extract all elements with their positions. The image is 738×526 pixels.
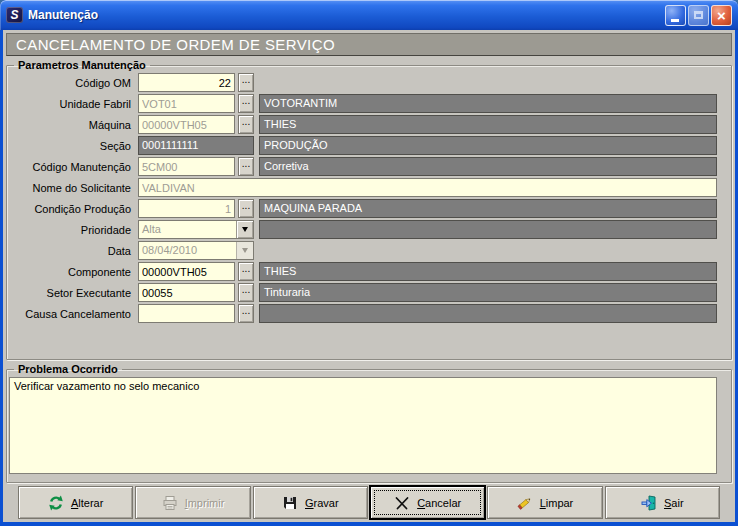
condicao-producao-lookup-button[interactable]: ... <box>238 199 254 218</box>
parametros-group: Parametros Manutenção Código OM ... Unid… <box>6 59 732 360</box>
componente-label: Componente <box>9 266 138 278</box>
maximize-icon <box>694 11 703 19</box>
page-title: CANCELAMENTO DE ORDEM DE SERVIÇO <box>6 33 732 56</box>
cancelar-button[interactable]: Cancelar <box>370 486 485 519</box>
print-icon <box>162 495 178 511</box>
maquina-lookup-button[interactable]: ... <box>238 115 254 134</box>
limpar-button[interactable]: Limpar <box>487 486 602 519</box>
prioridade-select[interactable]: Alta <box>138 220 254 239</box>
componente-input[interactable] <box>138 262 235 281</box>
unidade-fabril-input <box>138 94 235 113</box>
close-icon: × <box>717 8 726 23</box>
condicao-producao-label: Condição Produção <box>9 203 138 215</box>
minimize-button[interactable] <box>665 5 686 26</box>
imprimir-label: Imprimir <box>185 497 225 509</box>
window-title: Manutenção <box>28 8 663 22</box>
secao-display: PRODUÇÃO <box>259 136 717 155</box>
maquina-input <box>138 115 235 134</box>
causa-cancelamento-label: Causa Cancelamento <box>9 308 138 320</box>
prioridade-display <box>259 220 717 239</box>
app-window: S Manutenção × CANCELAMENTO DE ORDEM DE … <box>0 0 738 526</box>
row-codigo-manutencao: Código Manutenção ... Corretiva <box>9 157 717 176</box>
exit-icon <box>641 495 657 511</box>
row-causa-cancelamento: Causa Cancelamento ... <box>9 304 717 323</box>
causa-cancelamento-lookup-button[interactable]: ... <box>238 304 254 323</box>
maquina-label: Máquina <box>9 119 138 131</box>
save-icon <box>282 495 298 511</box>
codigo-manutencao-lookup-button[interactable]: ... <box>238 157 254 176</box>
parametros-group-title: Parametros Manutenção <box>14 59 150 71</box>
row-nome-solicitante: Nome do Solicitante <box>9 178 717 197</box>
problema-group: Problema Ocorrido Verificar vazamento no… <box>6 363 732 483</box>
condicao-producao-input <box>138 199 235 218</box>
chevron-down-icon[interactable] <box>236 221 253 238</box>
secao-label: Seção <box>9 140 138 152</box>
codigo-manutencao-input <box>138 157 235 176</box>
window-body: CANCELAMENTO DE ORDEM DE SERVIÇO Paramet… <box>3 30 735 522</box>
data-select: 08/04/2010 <box>138 241 254 260</box>
change-icon <box>48 495 64 511</box>
data-label: Data <box>9 245 138 257</box>
chevron-down-icon <box>236 242 253 259</box>
sair-label: Sair <box>664 497 684 509</box>
secao-value: 0001111111 <box>138 136 254 155</box>
imprimir-button: Imprimir <box>135 486 250 519</box>
row-unidade-fabril: Unidade Fabril ... VOTORANTIM <box>9 94 717 113</box>
gravar-button[interactable]: Gravar <box>253 486 368 519</box>
row-maquina: Máquina ... THIES <box>9 115 717 134</box>
componente-lookup-button[interactable]: ... <box>238 262 254 281</box>
toolbar: Alterar Imprimir Gr <box>6 486 732 519</box>
condicao-producao-display: MAQUINA PARADA <box>259 199 717 218</box>
problema-textarea[interactable]: Verificar vazamento no selo mecanico <box>9 377 717 474</box>
maquina-display: THIES <box>259 115 717 134</box>
row-componente: Componente ... THIES <box>9 262 717 281</box>
prioridade-label: Prioridade <box>9 224 138 236</box>
causa-cancelamento-display <box>259 304 717 323</box>
titlebar: S Manutenção × <box>0 0 738 30</box>
codigo-manutencao-display: Corretiva <box>259 157 717 176</box>
gravar-label: Gravar <box>305 497 339 509</box>
unidade-fabril-lookup-button[interactable]: ... <box>238 94 254 113</box>
codigo-om-label: Código OM <box>9 77 138 89</box>
problema-group-title: Problema Ocorrido <box>14 363 122 375</box>
codigo-om-lookup-button[interactable]: ... <box>238 73 254 92</box>
clear-icon <box>517 495 533 511</box>
close-button[interactable]: × <box>711 5 732 26</box>
row-condicao-producao: Condição Produção ... MAQUINA PARADA <box>9 199 717 218</box>
cancelar-label: Cancelar <box>417 497 461 509</box>
setor-executante-lookup-button[interactable]: ... <box>238 283 254 302</box>
unidade-fabril-label: Unidade Fabril <box>9 98 138 110</box>
app-icon: S <box>6 7 23 23</box>
causa-cancelamento-input[interactable] <box>138 304 235 323</box>
nome-solicitante-input <box>138 178 717 197</box>
row-data: Data 08/04/2010 <box>9 241 717 260</box>
row-prioridade: Prioridade Alta <box>9 220 717 239</box>
setor-executante-label: Setor Executante <box>9 287 138 299</box>
minimize-icon <box>671 19 679 22</box>
row-secao: Seção 0001111111 PRODUÇÃO <box>9 136 717 155</box>
alterar-label: Alterar <box>71 497 103 509</box>
codigo-manutencao-label: Código Manutenção <box>9 161 138 173</box>
nome-solicitante-label: Nome do Solicitante <box>9 182 138 194</box>
unidade-fabril-display: VOTORANTIM <box>259 94 717 113</box>
codigo-om-input[interactable] <box>138 73 235 92</box>
row-setor-executante: Setor Executante ... Tinturaria <box>9 283 717 302</box>
componente-display: THIES <box>259 262 717 281</box>
alterar-button[interactable]: Alterar <box>18 486 133 519</box>
cancel-icon <box>394 495 410 511</box>
limpar-label: Limpar <box>540 497 574 509</box>
row-codigo-om: Código OM ... <box>9 73 717 92</box>
window-controls: × <box>663 5 732 26</box>
data-value: 08/04/2010 <box>139 242 236 259</box>
prioridade-value: Alta <box>139 221 236 238</box>
maximize-button <box>688 5 709 26</box>
setor-executante-input[interactable] <box>138 283 235 302</box>
setor-executante-display: Tinturaria <box>259 283 717 302</box>
sair-button[interactable]: Sair <box>605 486 720 519</box>
